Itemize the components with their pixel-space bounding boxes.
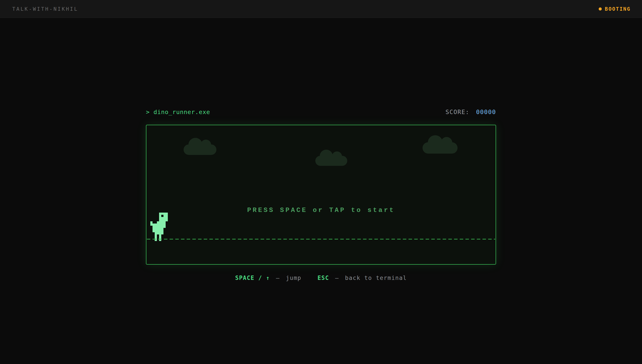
score-value: 00000: [476, 108, 496, 115]
controls-hint: SPACE / ↑ — jump ESC — back to terminal: [146, 275, 496, 281]
site-title: TALK-WITH-NIKHIL: [12, 6, 78, 12]
esc-key: ESC: [318, 275, 329, 281]
status-dot-icon: [599, 8, 602, 10]
cloud-icon: [315, 156, 347, 166]
jump-action-label: jump: [286, 275, 302, 281]
topbar: TALK-WITH-NIKHIL BOOTING: [0, 0, 642, 18]
game-header: > dino_runner.exe SCORE: 00000: [146, 108, 496, 118]
jump-keys: SPACE / ↑: [235, 275, 270, 281]
status-label: BOOTING: [605, 6, 631, 12]
score-label: SCORE:: [446, 108, 470, 115]
dino-sprite: [150, 212, 168, 241]
hint-dash: —: [335, 275, 339, 281]
game-title: > dino_runner.exe: [146, 108, 210, 115]
status-badge: BOOTING: [599, 6, 631, 12]
cloud-icon: [422, 142, 458, 154]
start-message: PRESS SPACE or TAP to start: [146, 206, 496, 214]
ground-line: [147, 239, 495, 240]
esc-action-label: back to terminal: [345, 275, 407, 281]
game-canvas[interactable]: PRESS SPACE or TAP to start: [146, 125, 496, 264]
score-display: SCORE: 00000: [446, 108, 496, 115]
dino-game: > dino_runner.exe SCORE: 00000 PRESS SPA…: [146, 108, 496, 281]
cloud-icon: [183, 144, 217, 155]
hint-dash: —: [276, 275, 280, 281]
